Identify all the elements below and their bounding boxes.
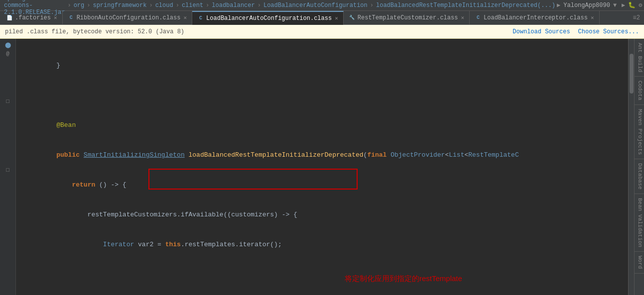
choose-sources-link[interactable]: Choose Sources... [578, 28, 639, 35]
toolbar-icon-1[interactable]: ▶ [622, 1, 625, 9]
tab-factories-close[interactable]: ✕ [54, 14, 57, 21]
code-line-7: Iterator var2 = this.restTemplates.itera… [41, 240, 624, 250]
code-line-2 [41, 91, 624, 100]
breadcrumb-method[interactable]: loadBalancedRestTemplateInitializerDepre… [376, 2, 555, 9]
notification-bar: piled .class file, bytecode version: 52.… [0, 25, 644, 39]
toolbar-icon-3[interactable]: ⚙ [639, 1, 642, 9]
tab-rtc-label: RestTemplateCustomizer.class [358, 14, 458, 21]
tab-interceptor-icon: C [475, 14, 482, 21]
tool-panel-codota[interactable]: Codota [635, 77, 644, 105]
notification-links: Download Sources Choose Sources... [513, 28, 639, 35]
code-line-4: public SmartInitializingSingleton loadBa… [41, 150, 624, 160]
scrollbar-thumb[interactable] [630, 54, 634, 94]
tab-overflow[interactable]: ≡2 [629, 14, 644, 21]
breadcrumb-bar: spring-cloud-commons-2.1.0.RELEASE.jar ›… [0, 0, 644, 11]
code-line-8 [41, 270, 624, 280]
gutter-icon-2[interactable]: @ [4, 50, 12, 58]
tab-interceptor[interactable]: C LoadBalancerInterceptor.class ✕ [470, 11, 599, 25]
tool-panel-word[interactable]: Word [635, 252, 644, 273]
tab-factories[interactable]: 📄 .factories ✕ [1, 11, 63, 25]
tab-interceptor-label: LoadBalancerInterceptor.class [484, 14, 588, 21]
tool-panel-maven[interactable]: Maven Projects [635, 105, 644, 159]
gutter-icon-3 [4, 59, 12, 67]
breadcrumb-client[interactable]: client [182, 2, 203, 9]
tab-resttemplatecustomizer[interactable]: 🔧 RestTemplateCustomizer.class ✕ [344, 11, 470, 25]
run-config-dropdown[interactable]: ▼ [613, 2, 617, 9]
vertical-scrollbar[interactable] [628, 39, 634, 295]
gutter-icon-5: □ [4, 166, 12, 174]
code-content: } @Bean public SmartInitializingSingleto… [37, 39, 628, 295]
code-line-6: restTemplateCustomizers.ifAvailable((cus… [41, 210, 624, 220]
download-sources-link[interactable]: Download Sources [513, 28, 570, 35]
tab-loadbalancer[interactable]: C LoadBalancerAutoConfiguration.class ✕ [192, 11, 344, 25]
breadcrumb-loadbalancer[interactable]: loadbalancer [212, 2, 255, 9]
tool-panel-database[interactable]: Database [635, 159, 644, 194]
gutter-icon-4: □ [4, 98, 12, 105]
tool-panels: Ant Build Codota Maven Projects Database… [634, 39, 644, 295]
tool-panel-ant-build[interactable]: Ant Build [635, 39, 644, 77]
breadcrumb-springframework[interactable]: springframework [93, 2, 146, 9]
code-area[interactable]: } @Bean public SmartInitializingSingleto… [16, 39, 628, 295]
code-line-3: @Bean [41, 120, 624, 130]
tab-rtc-close[interactable]: ✕ [461, 14, 464, 21]
left-gutter: ⬤ @ □ □ [0, 39, 16, 295]
tab-ribbon[interactable]: C RibbonAutoConfiguration.class ✕ [63, 11, 192, 25]
tab-ribbon-label: RibbonAutoConfiguration.class [77, 14, 181, 21]
gutter-icon-1[interactable]: ⬤ [4, 41, 12, 49]
breadcrumb-cloud[interactable]: cloud [155, 2, 173, 9]
toolbar-icon-2[interactable]: 🐛 [628, 1, 636, 9]
breadcrumb-org[interactable]: org [74, 2, 85, 9]
run-config-icon: ▶ [557, 1, 560, 9]
tab-factories-icon: 📄 [6, 14, 13, 21]
tab-factories-label: .factories [15, 14, 51, 21]
tab-loadbalancer-label: LoadBalancerAutoConfiguration.class [206, 15, 332, 22]
code-line-1: } [41, 61, 624, 71]
tab-loadbalancer-icon: C [197, 15, 204, 22]
code-line-5: return () -> { [41, 180, 624, 190]
tab-bar: 📄 .factories ✕ C RibbonAutoConfiguration… [0, 11, 644, 25]
tab-ribbon-close[interactable]: ✕ [183, 14, 187, 21]
breadcrumb-class[interactable]: LoadBalancerAutoConfiguration [263, 2, 368, 9]
tab-rtc-icon: 🔧 [349, 14, 356, 21]
tool-panel-bean-validation[interactable]: Bean Validation [635, 194, 644, 252]
notification-text: piled .class file, bytecode version: 52.… [5, 28, 184, 35]
tab-loadbalancer-close[interactable]: ✕ [335, 15, 338, 21]
run-config-label[interactable]: YalongApp8090 [563, 2, 610, 9]
tab-interceptor-close[interactable]: ✕ [591, 14, 594, 21]
main-layout: ⬤ @ □ □ } @Bean public SmartInitializing… [0, 39, 644, 295]
tab-ribbon-icon: C [68, 14, 75, 21]
